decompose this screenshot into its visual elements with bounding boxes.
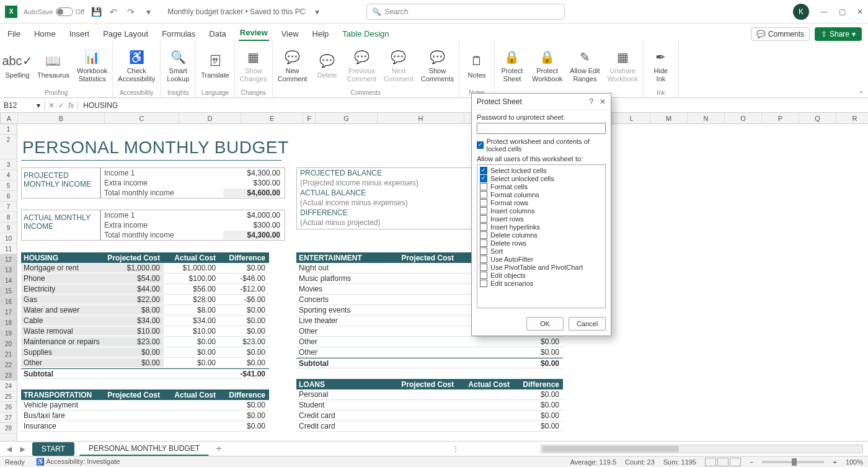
row-header-1[interactable]: 1	[0, 124, 17, 135]
row-header-3[interactable]: 3	[0, 159, 17, 170]
row-header-18[interactable]: 18	[0, 318, 17, 328]
tab-page-layout[interactable]: Page Layout	[102, 27, 149, 41]
sheet-prev-icon[interactable]: ◄	[5, 444, 14, 454]
tab-file[interactable]: File	[6, 27, 22, 41]
col-header-A[interactable]: A	[1, 113, 18, 123]
row-header-13[interactable]: 13	[0, 265, 17, 275]
sheet-next-icon[interactable]: ►	[19, 444, 27, 454]
permission-checkbox[interactable]: Select locked cells	[480, 167, 603, 174]
page-break-icon[interactable]	[730, 458, 741, 466]
col-header-P[interactable]: P	[762, 113, 799, 123]
fx-icon[interactable]: fx	[68, 101, 74, 110]
ok-button[interactable]: OK	[526, 317, 564, 331]
col-header-O[interactable]: O	[725, 113, 762, 123]
translate-button[interactable]: 🈂Translate	[201, 53, 229, 79]
hide-ink-button[interactable]: ✒Hide Ink	[649, 48, 673, 82]
zoom-in-icon[interactable]: +	[833, 458, 836, 466]
row-header-25[interactable]: 25	[0, 391, 17, 402]
col-header-G[interactable]: G	[316, 113, 378, 123]
user-avatar[interactable]: K	[793, 4, 809, 20]
tab-formulas[interactable]: Formulas	[161, 27, 197, 41]
table-row[interactable]: Personal$0.00	[296, 389, 563, 400]
permission-checkbox[interactable]: Insert columns	[480, 207, 603, 215]
help-icon[interactable]: ?	[589, 97, 593, 106]
col-header-F[interactable]: F	[303, 113, 316, 123]
new-sheet-icon[interactable]: ＋	[214, 442, 224, 455]
table-row[interactable]: Other$0.00$0.00$0.00	[21, 358, 269, 368]
spreadsheet[interactable]: PERSONAL MONTHLY BUDGET PROJECTED MONTHL…	[17, 124, 868, 459]
row-header-28[interactable]: 28	[0, 423, 17, 434]
row-header-6[interactable]: 6	[0, 191, 17, 202]
tab-view[interactable]: View	[280, 27, 300, 41]
table-row[interactable]: Waste removal$10.00$10.00$0.00	[21, 326, 269, 337]
table-row[interactable]: Credit card$0.00	[296, 421, 563, 432]
table-row[interactable]: Student$0.00	[296, 400, 563, 411]
table-row[interactable]: Insurance$0.00	[21, 421, 269, 432]
table-row[interactable]: Bus/taxi fare$0.00	[21, 411, 269, 421]
cancel-fx-icon[interactable]: ✕	[48, 101, 55, 110]
row-header-26[interactable]: 26	[0, 402, 17, 412]
workbook-stats-button[interactable]: 📊Workbook Statistics	[77, 48, 107, 82]
close-dialog-icon[interactable]: ✕	[600, 97, 606, 106]
tab-scroll-icon[interactable]: ⋮	[452, 445, 459, 453]
col-header-N[interactable]: N	[688, 113, 725, 123]
row-header-2[interactable]: 2	[0, 135, 17, 159]
table-row[interactable]: Other$0.00	[296, 347, 563, 358]
permission-checkbox[interactable]: Edit scenarios	[480, 280, 603, 287]
row-header-21[interactable]: 21	[0, 349, 17, 360]
cancel-button[interactable]: Cancel	[569, 317, 606, 331]
sheet-tab-start[interactable]: START	[32, 442, 74, 456]
protect-contents-checkbox[interactable]: Protect worksheet and contents of locked…	[477, 138, 606, 153]
permission-checkbox[interactable]: Select unlocked cells	[480, 175, 603, 182]
row-header-14[interactable]: 14	[0, 275, 17, 286]
autosave-toggle[interactable]: AutoSave Off	[24, 7, 84, 16]
row-header-5[interactable]: 5	[0, 180, 17, 191]
view-buttons[interactable]	[705, 458, 741, 466]
search-input[interactable]: 🔍 Search	[366, 4, 565, 20]
collapse-ribbon-icon[interactable]: ⌄	[858, 86, 864, 95]
table-row[interactable]: Phone$54.00$100.00-$46.00	[21, 274, 269, 284]
row-header-19[interactable]: 19	[0, 328, 17, 339]
table-row[interactable]: Credit card$0.00	[296, 411, 563, 421]
row-header-11[interactable]: 11	[0, 244, 17, 254]
table-row[interactable]: Other$0.00	[296, 337, 563, 347]
row-header-4[interactable]: 4	[0, 170, 17, 180]
toggle-icon[interactable]	[56, 7, 73, 16]
table-row[interactable]: Water and sewer$8.00$8.00$0.00	[21, 305, 269, 316]
password-input[interactable]	[477, 123, 606, 134]
permission-checkbox[interactable]: Use PivotTable and PivotChart	[480, 264, 603, 271]
row-header-24[interactable]: 24	[0, 381, 17, 391]
save-icon[interactable]: 💾	[91, 6, 102, 17]
table-row[interactable]: Gas$22.00$28.00-$6.00	[21, 295, 269, 305]
comments-button[interactable]: 💬 Comments	[751, 27, 810, 41]
notes-button[interactable]: 🗒Notes	[464, 53, 489, 79]
accessibility-status[interactable]: ♿ Accessibility: Investigate	[36, 458, 120, 466]
sheet-tab-budget[interactable]: PERSONAL MONTHLY BUDGET	[79, 442, 209, 456]
row-header-23[interactable]: 23	[0, 370, 17, 381]
permission-checkbox[interactable]: Edit objects	[480, 272, 603, 279]
col-header-H[interactable]: H	[378, 113, 464, 123]
permission-checkbox[interactable]: Format rows	[480, 199, 603, 207]
permission-checkbox[interactable]: Delete columns	[480, 231, 603, 239]
tab-help[interactable]: Help	[311, 27, 330, 41]
row-header-20[interactable]: 20	[0, 339, 17, 349]
col-header-C[interactable]: C	[105, 113, 179, 123]
table-row[interactable]: Maintenance or repairs$23.00$0.00$23.00	[21, 337, 269, 347]
spelling-button[interactable]: abc✓Spelling	[5, 53, 30, 79]
row-header-12[interactable]: 12	[0, 254, 17, 265]
permission-checkbox[interactable]: Insert hyperlinks	[480, 223, 603, 231]
row-header-9[interactable]: 9	[0, 223, 17, 233]
confirm-fx-icon[interactable]: ✓	[58, 101, 64, 110]
minimize-icon[interactable]: —	[820, 7, 828, 16]
close-icon[interactable]: ✕	[857, 7, 863, 16]
redo-icon[interactable]: ↷	[125, 6, 136, 17]
tab-home[interactable]: Home	[33, 27, 57, 41]
new-comment-button[interactable]: 💬New Comment	[278, 48, 308, 82]
page-layout-icon[interactable]	[717, 458, 728, 466]
permission-checkbox[interactable]: Use AutoFilter	[480, 256, 603, 263]
row-header-27[interactable]: 27	[0, 412, 17, 423]
row-header-8[interactable]: 8	[0, 212, 17, 223]
chevron-down-icon[interactable]: ▾	[37, 101, 40, 110]
col-header-Q[interactable]: Q	[799, 113, 836, 123]
protect-sheet-button[interactable]: 🔒Protect Sheet	[500, 48, 525, 82]
